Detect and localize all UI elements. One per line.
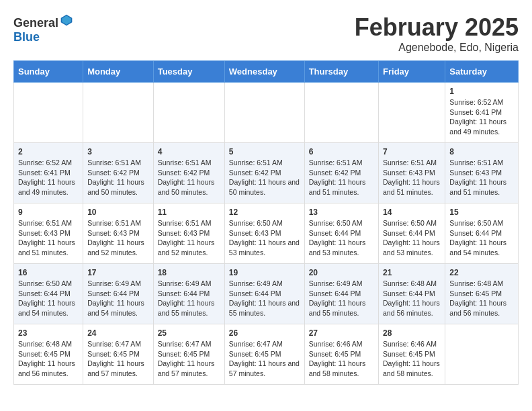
calendar-cell (379, 83, 445, 143)
calendar-cell: 3Sunrise: 6:51 AM Sunset: 6:42 PM Daylig… (83, 143, 154, 203)
day-info: Sunrise: 6:50 AM Sunset: 6:44 PM Dayligh… (309, 218, 374, 258)
title-area: February 2025 Agenebode, Edo, Nigeria (355, 13, 519, 54)
calendar-cell: 4Sunrise: 6:51 AM Sunset: 6:42 PM Daylig… (153, 143, 224, 203)
calendar-table: SundayMondayTuesdayWednesdayThursdayFrid… (13, 60, 519, 385)
weekday-header-wednesday: Wednesday (224, 61, 304, 83)
main-title: February 2025 (355, 13, 519, 42)
day-info: Sunrise: 6:49 AM Sunset: 6:44 PM Dayligh… (158, 279, 220, 318)
day-number: 8 (449, 147, 514, 156)
day-info: Sunrise: 6:51 AM Sunset: 6:43 PM Dayligh… (87, 218, 149, 258)
logo-content: General Blue (13, 13, 73, 44)
day-info: Sunrise: 6:51 AM Sunset: 6:42 PM Dayligh… (309, 158, 374, 197)
day-number: 16 (18, 268, 79, 277)
calendar-cell: 1Sunrise: 6:52 AM Sunset: 6:41 PM Daylig… (445, 83, 519, 143)
calendar-cell: 26Sunrise: 6:47 AM Sunset: 6:45 PM Dayli… (224, 324, 304, 385)
weekday-row: SundayMondayTuesdayWednesdayThursdayFrid… (14, 61, 519, 83)
day-number: 4 (158, 147, 220, 156)
day-info: Sunrise: 6:51 AM Sunset: 6:42 PM Dayligh… (229, 158, 300, 197)
subtitle: Agenebode, Edo, Nigeria (355, 42, 519, 54)
calendar-cell: 18Sunrise: 6:49 AM Sunset: 6:44 PM Dayli… (153, 264, 224, 324)
calendar-cell: 2Sunrise: 6:52 AM Sunset: 6:41 PM Daylig… (14, 143, 83, 203)
day-info: Sunrise: 6:51 AM Sunset: 6:42 PM Dayligh… (87, 158, 149, 197)
logo-icon (60, 13, 73, 27)
calendar-cell: 5Sunrise: 6:51 AM Sunset: 6:42 PM Daylig… (224, 143, 304, 203)
day-number: 28 (383, 328, 441, 338)
week-row-3: 9Sunrise: 6:51 AM Sunset: 6:43 PM Daylig… (14, 203, 519, 264)
day-number: 20 (309, 268, 374, 277)
calendar-cell: 12Sunrise: 6:50 AM Sunset: 6:43 PM Dayli… (224, 203, 304, 264)
day-number: 17 (87, 268, 149, 277)
day-info: Sunrise: 6:48 AM Sunset: 6:44 PM Dayligh… (383, 279, 441, 318)
calendar-cell: 17Sunrise: 6:49 AM Sunset: 6:44 PM Dayli… (83, 264, 154, 324)
day-number: 9 (18, 208, 79, 217)
logo: General Blue (13, 13, 73, 44)
day-number: 6 (309, 147, 374, 156)
day-number: 21 (383, 268, 441, 277)
calendar-cell (304, 83, 378, 143)
calendar-cell (224, 83, 304, 143)
weekday-header-saturday: Saturday (445, 61, 519, 83)
day-info: Sunrise: 6:49 AM Sunset: 6:44 PM Dayligh… (309, 279, 374, 318)
day-number: 7 (383, 147, 441, 156)
calendar-cell: 16Sunrise: 6:50 AM Sunset: 6:44 PM Dayli… (14, 264, 83, 324)
day-number: 13 (309, 208, 374, 217)
day-info: Sunrise: 6:47 AM Sunset: 6:45 PM Dayligh… (229, 339, 300, 379)
day-number: 18 (158, 268, 220, 277)
day-number: 14 (383, 208, 441, 217)
calendar-cell: 14Sunrise: 6:50 AM Sunset: 6:44 PM Dayli… (379, 203, 445, 264)
day-number: 27 (309, 328, 374, 338)
calendar-cell: 23Sunrise: 6:48 AM Sunset: 6:45 PM Dayli… (14, 324, 83, 385)
day-info: Sunrise: 6:49 AM Sunset: 6:44 PM Dayligh… (229, 279, 300, 318)
calendar-cell: 27Sunrise: 6:46 AM Sunset: 6:45 PM Dayli… (304, 324, 378, 385)
calendar-cell: 28Sunrise: 6:46 AM Sunset: 6:45 PM Dayli… (379, 324, 445, 385)
week-row-1: 1Sunrise: 6:52 AM Sunset: 6:41 PM Daylig… (14, 83, 519, 143)
calendar-cell: 7Sunrise: 6:51 AM Sunset: 6:43 PM Daylig… (379, 143, 445, 203)
day-number: 10 (87, 208, 149, 217)
calendar-cell: 21Sunrise: 6:48 AM Sunset: 6:44 PM Dayli… (379, 264, 445, 324)
day-info: Sunrise: 6:51 AM Sunset: 6:43 PM Dayligh… (158, 218, 220, 258)
weekday-header-monday: Monday (83, 61, 154, 83)
calendar-cell: 19Sunrise: 6:49 AM Sunset: 6:44 PM Dayli… (224, 264, 304, 324)
calendar-cell: 10Sunrise: 6:51 AM Sunset: 6:43 PM Dayli… (83, 203, 154, 264)
day-info: Sunrise: 6:48 AM Sunset: 6:45 PM Dayligh… (18, 339, 79, 379)
weekday-header-tuesday: Tuesday (153, 61, 224, 83)
day-number: 5 (229, 147, 300, 156)
calendar-cell: 15Sunrise: 6:50 AM Sunset: 6:44 PM Dayli… (445, 203, 519, 264)
day-number: 24 (87, 328, 149, 338)
day-info: Sunrise: 6:51 AM Sunset: 6:42 PM Dayligh… (158, 158, 220, 197)
day-info: Sunrise: 6:50 AM Sunset: 6:44 PM Dayligh… (449, 218, 514, 258)
day-info: Sunrise: 6:50 AM Sunset: 6:43 PM Dayligh… (229, 218, 300, 258)
week-row-2: 2Sunrise: 6:52 AM Sunset: 6:41 PM Daylig… (14, 143, 519, 203)
logo-text-general: General (13, 16, 58, 30)
day-number: 2 (18, 147, 79, 156)
day-number: 3 (87, 147, 149, 156)
day-info: Sunrise: 6:48 AM Sunset: 6:45 PM Dayligh… (449, 279, 514, 318)
day-number: 12 (229, 208, 300, 217)
logo-text-blue: Blue (13, 30, 40, 44)
calendar-cell: 8Sunrise: 6:51 AM Sunset: 6:43 PM Daylig… (445, 143, 519, 203)
day-number: 23 (18, 328, 79, 338)
day-info: Sunrise: 6:51 AM Sunset: 6:43 PM Dayligh… (18, 218, 79, 258)
day-info: Sunrise: 6:51 AM Sunset: 6:43 PM Dayligh… (449, 158, 514, 197)
day-info: Sunrise: 6:49 AM Sunset: 6:44 PM Dayligh… (87, 279, 149, 318)
weekday-header-sunday: Sunday (14, 61, 83, 83)
day-info: Sunrise: 6:50 AM Sunset: 6:44 PM Dayligh… (383, 218, 441, 258)
calendar-cell: 13Sunrise: 6:50 AM Sunset: 6:44 PM Dayli… (304, 203, 378, 264)
day-info: Sunrise: 6:51 AM Sunset: 6:43 PM Dayligh… (383, 158, 441, 197)
calendar-cell (153, 83, 224, 143)
calendar-cell (445, 324, 519, 385)
day-number: 1 (449, 87, 514, 96)
week-row-5: 23Sunrise: 6:48 AM Sunset: 6:45 PM Dayli… (14, 324, 519, 385)
day-number: 15 (449, 208, 514, 217)
calendar-cell (14, 83, 83, 143)
calendar-cell: 9Sunrise: 6:51 AM Sunset: 6:43 PM Daylig… (14, 203, 83, 264)
day-info: Sunrise: 6:47 AM Sunset: 6:45 PM Dayligh… (158, 339, 220, 379)
calendar-cell: 6Sunrise: 6:51 AM Sunset: 6:42 PM Daylig… (304, 143, 378, 203)
calendar-cell: 22Sunrise: 6:48 AM Sunset: 6:45 PM Dayli… (445, 264, 519, 324)
day-info: Sunrise: 6:46 AM Sunset: 6:45 PM Dayligh… (309, 339, 374, 379)
calendar-cell: 24Sunrise: 6:47 AM Sunset: 6:45 PM Dayli… (83, 324, 154, 385)
day-info: Sunrise: 6:50 AM Sunset: 6:44 PM Dayligh… (18, 279, 79, 318)
calendar-cell: 25Sunrise: 6:47 AM Sunset: 6:45 PM Dayli… (153, 324, 224, 385)
calendar-cell (83, 83, 154, 143)
day-number: 11 (158, 208, 220, 217)
